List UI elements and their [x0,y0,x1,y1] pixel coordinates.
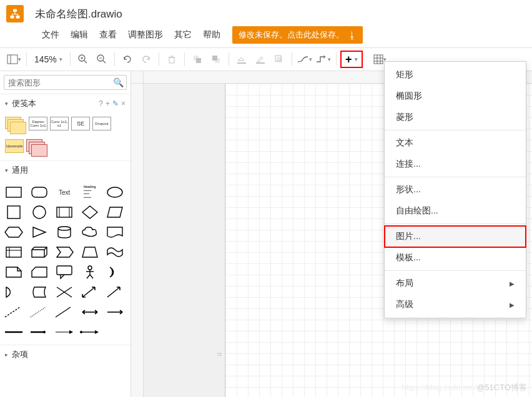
waypoint-button[interactable]: ▾ [315,51,332,68]
shape-bidir-arrow-h[interactable] [79,303,101,321]
shape-rect[interactable] [2,184,25,201]
zoom-out-button[interactable] [93,51,111,68]
shape-callout[interactable] [53,263,76,281]
shape-line[interactable] [53,303,76,321]
shape-roundrect[interactable] [28,184,51,201]
shape-cube[interactable] [28,243,51,261]
dd-advanced[interactable]: 高级▶ [385,294,526,315]
dd-freehand[interactable]: 自由绘图... [385,200,526,222]
svg-rect-0 [13,9,17,12]
search-input[interactable] [8,78,113,87]
misc-header[interactable]: ▸ 杂项 [0,345,131,364]
menu-file[interactable]: 文件 [36,27,65,43]
file-name[interactable]: 未命名绘图.drawio [35,7,122,21]
svg-rect-1 [11,16,14,19]
connection-button[interactable]: ▾ [296,51,313,68]
to-back-button[interactable] [207,51,225,68]
shape-cloud[interactable] [79,223,101,241]
menu-arrange[interactable]: 调整图形 [122,27,169,43]
svg-rect-40 [57,266,72,275]
shape-text[interactable]: Text [53,184,76,201]
dd-template[interactable]: 模板... [385,247,526,268]
shape-step[interactable] [53,243,76,261]
shape-bidirectional-arrow[interactable] [79,283,101,301]
zoom-level[interactable]: 145%▾ [31,54,66,64]
line-color-button[interactable] [252,51,269,68]
shape-ellipse[interactable] [104,184,126,201]
shape-diamond[interactable] [79,203,101,221]
shape-note[interactable] [2,263,25,281]
shape-heading[interactable]: Heading━━━━━━━━━━━ [79,184,101,201]
dd-ellipse[interactable]: 椭圆形 [385,86,526,107]
shape-connector-thin[interactable] [53,323,76,341]
shape-connector-arrow[interactable] [79,323,101,341]
menu-view[interactable]: 查看 [94,27,122,43]
shape-process[interactable] [53,203,76,221]
add-icon[interactable]: + [106,99,110,108]
svg-point-32 [33,206,46,218]
svg-point-41 [88,266,92,270]
dd-layout[interactable]: 布局▶ [385,273,526,294]
scratch-item[interactable]: Conv 1x1, s1 [50,117,69,130]
svg-point-30 [107,187,122,197]
search-shapes[interactable]: 🔍 [4,75,127,90]
dd-image[interactable]: 图片... [384,225,526,248]
shape-parallelogram[interactable] [104,203,126,221]
scratch-stack[interactable] [26,139,47,157]
shape-connector-bold[interactable] [28,323,51,341]
edit-icon[interactable]: ✎ [112,99,119,108]
shape-xor[interactable] [53,283,76,301]
fill-color-button[interactable] [233,51,250,68]
redo-button[interactable] [137,51,155,68]
scratchpad-shapes: Deprec Conv 1x1 Conv 1x1, s1 SE Dropout … [0,113,131,160]
shape-dashed[interactable] [2,303,25,321]
shape-or[interactable] [2,283,25,301]
menu-extras[interactable]: 其它 [169,27,197,43]
to-front-button[interactable] [189,51,206,68]
shape-moon[interactable] [104,263,126,281]
shape-hexagon[interactable] [2,223,25,241]
dd-text[interactable]: 文本 [385,132,526,154]
svg-rect-16 [196,58,201,63]
shape-cylinder[interactable] [53,223,76,241]
shape-circle[interactable] [28,203,51,221]
shape-square[interactable] [2,203,25,221]
shape-connector-solid[interactable] [2,323,25,341]
shape-tape[interactable] [104,243,126,261]
undo-button[interactable] [119,51,136,68]
chevron-right-icon: ▶ [510,280,515,287]
dd-rhombus[interactable]: 菱形 [385,107,526,128]
help-icon[interactable]: ? [99,99,103,108]
panel-drag-handle[interactable]: ⠿ [219,352,222,371]
dd-rect[interactable]: 矩形 [385,64,526,86]
zoom-in-button[interactable] [74,51,92,68]
svg-rect-20 [256,62,265,64]
view-mode-button[interactable]: ▾ [5,51,22,68]
menu-edit[interactable]: 编辑 [65,27,94,43]
scratch-item[interactable]: SE [71,117,90,130]
shape-arrow[interactable] [104,283,126,301]
save-warning-banner[interactable]: 修改未保存。点击此处保存。 ⭳ [232,26,363,44]
shape-card[interactable] [28,263,51,281]
shadow-button[interactable] [270,51,288,68]
dd-shape[interactable]: 形状... [385,179,526,200]
scratch-item[interactable]: Upsample [5,139,24,153]
remove-icon[interactable]: × [121,99,126,108]
general-header[interactable]: ▾ 通用 [0,160,131,180]
shape-internal-storage[interactable] [2,243,25,261]
shape-arrow-h[interactable] [104,303,126,321]
dd-link[interactable]: 连接... [385,154,526,175]
menu-help[interactable]: 帮助 [197,27,226,43]
shape-dotted[interactable] [28,303,51,321]
shape-trapezoid[interactable] [79,243,101,261]
scratchpad-header[interactable]: ▾ 便笺本 ? + ✎ × [0,94,131,113]
delete-button[interactable] [163,51,180,68]
scratch-stack[interactable] [5,117,26,134]
shape-actor[interactable] [79,263,101,281]
insert-button[interactable]: +▾ [340,51,363,68]
shape-data-storage[interactable] [28,283,51,301]
scratch-item[interactable]: Dropout [92,117,111,130]
scratch-item[interactable]: Deprec Conv 1x1 [29,117,47,130]
shape-triangle[interactable] [28,223,51,241]
shape-document[interactable] [104,223,126,241]
